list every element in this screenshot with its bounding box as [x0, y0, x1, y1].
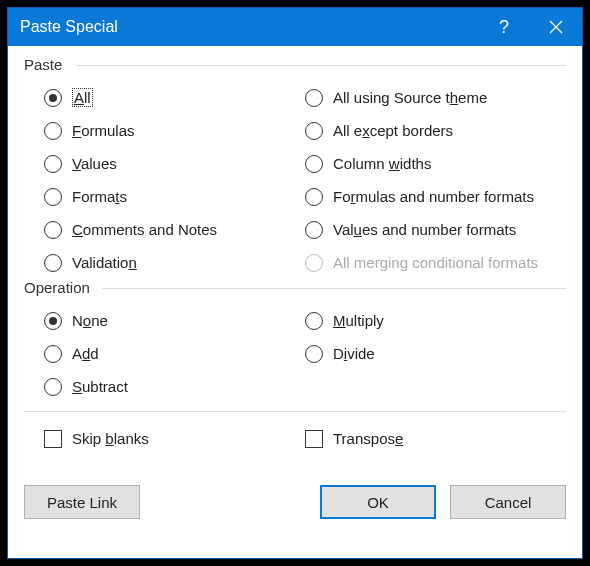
radio-icon: [305, 221, 323, 239]
paste-option[interactable]: Comments and Notes: [44, 213, 305, 246]
radio-icon: [44, 312, 62, 330]
paste-option[interactable]: All except borders: [305, 114, 566, 147]
operation-label: Add: [72, 345, 99, 362]
paste-label: Formats: [72, 188, 127, 205]
operation-label: Multiply: [333, 312, 384, 329]
paste-option[interactable]: Formats: [44, 180, 305, 213]
paste-label: Formulas: [72, 122, 135, 139]
operation-option[interactable]: Multiply: [305, 304, 566, 337]
paste-label: Values and number formats: [333, 221, 516, 238]
paste-label: All merging conditional formats: [333, 254, 538, 271]
check-options: Skip blanks Transpose: [24, 422, 566, 455]
transpose-label: Transpose: [333, 430, 403, 447]
paste-option[interactable]: Values: [44, 147, 305, 180]
skip-blanks-label: Skip blanks: [72, 430, 149, 447]
paste-label: Column widths: [333, 155, 431, 172]
paste-option[interactable]: Formulas: [44, 114, 305, 147]
operation-label: Divide: [333, 345, 375, 362]
radio-icon: [44, 122, 62, 140]
ok-button[interactable]: OK: [320, 485, 436, 519]
operation-option[interactable]: None: [44, 304, 305, 337]
paste-option[interactable]: Column widths: [305, 147, 566, 180]
paste-option[interactable]: All using Source theme: [305, 81, 566, 114]
checkbox-icon: [305, 430, 323, 448]
radio-icon: [44, 221, 62, 239]
radio-icon: [305, 89, 323, 107]
divider: [24, 411, 566, 412]
paste-option: All merging conditional formats: [305, 246, 566, 279]
skip-blanks-checkbox[interactable]: Skip blanks: [44, 422, 305, 455]
paste-label: Comments and Notes: [72, 221, 217, 238]
radio-icon: [44, 155, 62, 173]
radio-icon: [44, 89, 62, 107]
paste-option[interactable]: Validation: [44, 246, 305, 279]
close-button[interactable]: [530, 8, 582, 46]
paste-option[interactable]: All: [44, 81, 305, 114]
paste-label: All: [72, 89, 93, 106]
radio-icon: [44, 254, 62, 272]
cancel-button[interactable]: Cancel: [450, 485, 566, 519]
radio-icon: [305, 188, 323, 206]
operation-label: None: [72, 312, 108, 329]
dialog-title: Paste Special: [20, 18, 478, 36]
paste-label: Validation: [72, 254, 137, 271]
button-bar: Paste Link OK Cancel: [24, 485, 566, 519]
radio-icon: [305, 312, 323, 330]
help-button[interactable]: ?: [478, 8, 530, 46]
transpose-checkbox[interactable]: Transpose: [305, 422, 566, 455]
paste-special-dialog: Paste Special ? Paste AllFormulasValuesF…: [7, 7, 583, 559]
radio-icon: [44, 188, 62, 206]
radio-icon: [305, 155, 323, 173]
operation-option[interactable]: Divide: [305, 337, 566, 370]
paste-link-button[interactable]: Paste Link: [24, 485, 140, 519]
paste-label: Values: [72, 155, 117, 172]
paste-option[interactable]: Formulas and number formats: [305, 180, 566, 213]
radio-icon: [44, 345, 62, 363]
operation-label: Subtract: [72, 378, 128, 395]
titlebar: Paste Special ?: [8, 8, 582, 46]
paste-group-label: Paste: [24, 56, 566, 73]
paste-option[interactable]: Values and number formats: [305, 213, 566, 246]
radio-icon: [305, 122, 323, 140]
checkbox-icon: [44, 430, 62, 448]
paste-label: All except borders: [333, 122, 453, 139]
radio-icon: [44, 378, 62, 396]
paste-label: Formulas and number formats: [333, 188, 534, 205]
paste-label: All using Source theme: [333, 89, 487, 106]
radio-icon: [305, 254, 323, 272]
operation-group-label: Operation: [24, 279, 566, 296]
radio-icon: [305, 345, 323, 363]
operation-options: NoneAddSubtract MultiplyDivide: [24, 304, 566, 403]
operation-option[interactable]: Subtract: [44, 370, 305, 403]
operation-option[interactable]: Add: [44, 337, 305, 370]
paste-options: AllFormulasValuesFormatsComments and Not…: [24, 81, 566, 279]
